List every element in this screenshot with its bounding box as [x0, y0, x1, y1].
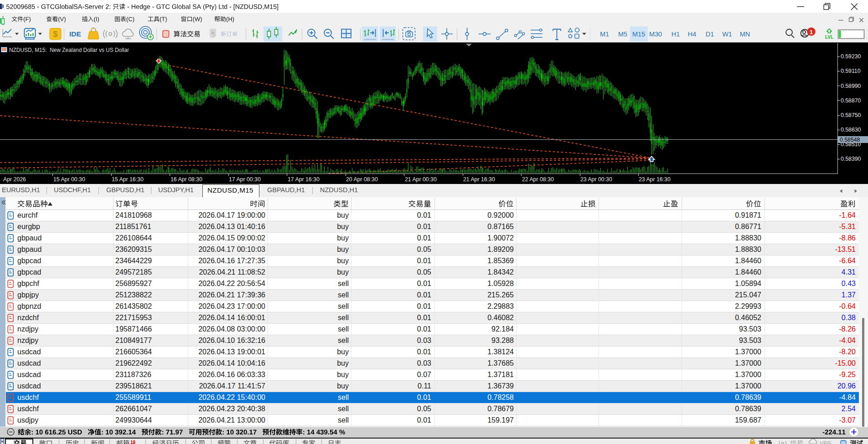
- svg-text:IDE: IDE: [69, 30, 81, 38]
- svg-text:17 Apr 00:30: 17 Apr 00:30: [229, 176, 261, 183]
- svg-text:H4: H4: [688, 31, 697, 38]
- svg-text:15 Apr 16:30: 15 Apr 16:30: [112, 176, 144, 183]
- svg-text:NZDUSD, M15: New Zealand Doll: NZDUSD, M15: New Zealand Dollar vs US Do…: [9, 47, 129, 53]
- svg-text:D1: D1: [706, 31, 714, 38]
- svg-text:20 Apr 08:30: 20 Apr 08:30: [346, 176, 378, 183]
- svg-text:M5: M5: [618, 31, 627, 38]
- svg-text:0.58990: 0.58990: [841, 83, 861, 89]
- svg-text:LVL: LVL: [825, 35, 833, 40]
- svg-text:16 Apr 08:30: 16 Apr 08:30: [170, 176, 202, 183]
- svg-text:0.59230: 0.59230: [841, 53, 861, 60]
- svg-text:21 Apr 00:30: 21 Apr 00:30: [405, 176, 437, 183]
- svg-text:M30: M30: [649, 31, 662, 38]
- svg-text:M1: M1: [600, 31, 609, 38]
- svg-text:$: $: [53, 30, 57, 39]
- svg-text:23 Apr 00:30: 23 Apr 00:30: [580, 176, 612, 183]
- svg-text:M15: M15: [632, 31, 645, 38]
- svg-text:0.58390: 0.58390: [841, 156, 861, 162]
- svg-text:0.58630: 0.58630: [841, 127, 861, 133]
- svg-text:0.58548: 0.58548: [840, 137, 860, 143]
- svg-text:21 Apr 16:30: 21 Apr 16:30: [463, 176, 495, 183]
- svg-text:W1: W1: [722, 31, 732, 38]
- svg-text:H1: H1: [672, 31, 680, 38]
- svg-text:MN: MN: [740, 31, 750, 38]
- svg-text:15 Apr 00:30: 15 Apr 00:30: [53, 176, 85, 183]
- svg-text:22 Apr 08:30: 22 Apr 08:30: [522, 176, 554, 183]
- svg-text:0.58870: 0.58870: [841, 97, 861, 104]
- svg-text:23 Apr 16:30: 23 Apr 16:30: [639, 176, 671, 183]
- svg-text:17 Apr 16:30: 17 Apr 16:30: [288, 176, 320, 183]
- svg-text:1: 1: [810, 29, 813, 36]
- svg-text:0.58750: 0.58750: [841, 112, 861, 118]
- svg-text:Apr 2026: Apr 2026: [3, 176, 26, 183]
- svg-text:0.59110: 0.59110: [841, 68, 861, 74]
